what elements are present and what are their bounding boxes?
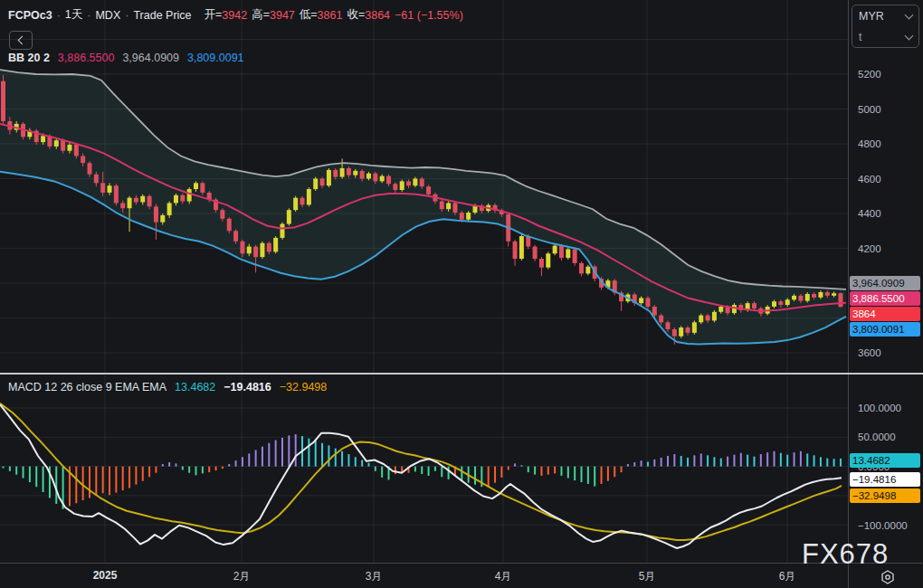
macd-hist-bar bbox=[82, 467, 84, 500]
macd-hist-bar bbox=[693, 455, 695, 466]
macd-hist-bar bbox=[581, 467, 583, 482]
currency-select[interactable]: MYR bbox=[852, 5, 918, 26]
close-value: 3864 bbox=[365, 9, 390, 22]
price-badge: 3,809.0091 bbox=[850, 322, 920, 337]
high-value: 3947 bbox=[270, 9, 295, 22]
low-label: 低= bbox=[300, 7, 318, 23]
axis-tick-label: 4400 bbox=[858, 208, 881, 219]
high-label: 高= bbox=[252, 7, 270, 23]
macd-hist-bar bbox=[434, 467, 436, 471]
candle-body bbox=[134, 198, 138, 203]
macd-hist-bar bbox=[381, 467, 383, 478]
time-tick-label: 2月 bbox=[205, 569, 278, 584]
unit-select[interactable]: t bbox=[852, 26, 918, 47]
macd-hist-bar bbox=[195, 467, 197, 476]
candle-body bbox=[513, 242, 518, 259]
candle-body bbox=[460, 213, 464, 220]
macd-indicator-legend[interactable]: MACD 12 26 close 9 EMA EMA 13.4682 −19.4… bbox=[8, 381, 327, 394]
macd-hist-bar bbox=[414, 467, 416, 472]
macd-hist-bar bbox=[707, 455, 709, 466]
candle-body bbox=[340, 168, 345, 177]
macd-hist-bar bbox=[633, 462, 635, 467]
candle-body bbox=[120, 203, 125, 208]
candle-body bbox=[686, 327, 690, 333]
macd-hist-bar bbox=[641, 460, 642, 466]
macd-pane-canvas[interactable] bbox=[0, 375, 848, 563]
macd-hist-bar bbox=[355, 457, 357, 466]
candle-body bbox=[260, 243, 264, 257]
candle-body bbox=[140, 196, 145, 203]
macd-hist-bar bbox=[182, 467, 184, 470]
price-badge: 3,886.5500 bbox=[850, 291, 920, 306]
macd-hist-bar bbox=[95, 467, 97, 496]
candle-body bbox=[187, 189, 192, 201]
pane-divider[interactable] bbox=[0, 373, 923, 375]
candle-body bbox=[360, 171, 365, 179]
macd-hist-bar bbox=[202, 467, 204, 474]
price-scale[interactable]: 5200500048004600440042003600100.000050.0… bbox=[849, 0, 923, 563]
candle-body bbox=[672, 329, 677, 337]
macd-hist-bar bbox=[75, 467, 77, 504]
macd-hist-bar bbox=[288, 435, 290, 466]
candle-body bbox=[160, 215, 165, 223]
macd-hist-bar bbox=[673, 454, 675, 467]
time-tick-label: 3月 bbox=[338, 569, 410, 584]
time-scale[interactable]: 20252月3月4月5月6月 bbox=[0, 564, 848, 588]
separator-dot: · bbox=[87, 9, 90, 22]
candle-body bbox=[692, 322, 697, 333]
chevron-left-icon bbox=[17, 36, 26, 45]
bb-indicator-legend[interactable]: BB 20 2 3,886.5500 3,964.0909 3,809.0091 bbox=[8, 52, 244, 64]
candle-body bbox=[194, 183, 198, 189]
price-badge: 3,964.0909 bbox=[850, 276, 920, 290]
bb-lower-value: 3,809.0091 bbox=[187, 52, 244, 64]
macd-hist-bar bbox=[560, 467, 562, 476]
axis-tick-label: 4600 bbox=[858, 174, 881, 185]
axis-tick-label: 50.0000 bbox=[858, 432, 896, 442]
candle-body bbox=[539, 259, 544, 268]
macd-hist-bar bbox=[175, 463, 176, 466]
candle-body bbox=[645, 298, 650, 307]
macd-hist-bar bbox=[188, 467, 190, 473]
settings-icon[interactable] bbox=[880, 569, 896, 585]
macd-hist-bar bbox=[43, 467, 44, 492]
candle-body bbox=[253, 247, 258, 258]
axis-tick-label: 5200 bbox=[858, 69, 881, 80]
low-value: 3861 bbox=[318, 9, 343, 22]
candle-body bbox=[154, 206, 158, 222]
candle-body bbox=[825, 292, 830, 296]
macd-hist-bar bbox=[421, 467, 423, 474]
price-badge: −19.4816 bbox=[850, 472, 920, 487]
interval-label[interactable]: 1天 bbox=[65, 7, 82, 23]
candle-body bbox=[74, 145, 79, 156]
axis-tick-label: 100.0000 bbox=[858, 403, 901, 413]
candle-body bbox=[128, 198, 132, 209]
candle-body bbox=[440, 202, 444, 210]
candle-body bbox=[712, 312, 717, 321]
macd-hist-bar bbox=[667, 456, 669, 467]
chevron-down-icon bbox=[905, 31, 914, 40]
macd-hist-bar bbox=[713, 457, 715, 466]
axis-tick-label: 3600 bbox=[858, 347, 881, 358]
candle-body bbox=[792, 296, 796, 299]
macd-hist-bar bbox=[295, 434, 297, 467]
currency-label: MYR bbox=[859, 10, 884, 23]
macd-hist-bar bbox=[55, 467, 57, 504]
candle-body bbox=[373, 174, 377, 182]
chevron-down-icon bbox=[905, 10, 914, 19]
macd-hist-bar bbox=[428, 467, 430, 476]
candle-body bbox=[108, 185, 112, 193]
back-button[interactable] bbox=[9, 31, 33, 50]
candle-body bbox=[147, 196, 152, 207]
axis-tick-label: −100.0000 bbox=[858, 520, 908, 531]
macd-hist-bar bbox=[786, 455, 788, 467]
macd-hist-bar bbox=[89, 467, 90, 498]
candle-body bbox=[94, 175, 99, 184]
macd-hist-bar bbox=[547, 467, 549, 475]
candle-body bbox=[307, 189, 311, 204]
bb-basis-value: 3,886.5500 bbox=[58, 52, 115, 64]
candle-body bbox=[706, 316, 710, 321]
macd-hist-bar bbox=[115, 467, 117, 493]
symbol-name[interactable]: FCPOc3 bbox=[8, 9, 52, 22]
open-label: 开= bbox=[205, 7, 223, 23]
macd-hist-bar bbox=[328, 445, 329, 466]
